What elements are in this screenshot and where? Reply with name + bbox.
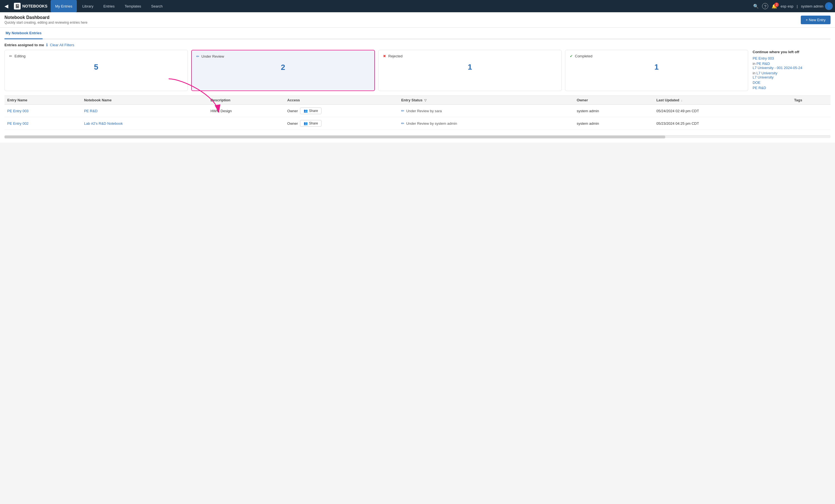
notebook-name-link-1[interactable]: Lab #2's R&D Notebook	[84, 121, 123, 126]
continue-link-1[interactable]: L7 University - 001 2024-05-24	[753, 66, 831, 70]
nav-tab-entries[interactable]: Entries	[99, 0, 119, 12]
continue-title: Continue where you left off	[753, 50, 831, 54]
nav-tab-my-entries[interactable]: My Entries	[50, 0, 77, 12]
filter-label: Entries assigned to me	[4, 43, 44, 47]
access-cell-1: Owner 👥 Share	[284, 117, 398, 130]
rejected-icon: ✖	[383, 54, 386, 58]
nav-bar: ◀ 📓 NOTEBOOKS My Entries Library Entries…	[0, 0, 835, 12]
description-cell-0: HWM Design	[208, 105, 284, 117]
status-card-completed-header: ✔ Completed	[570, 54, 744, 58]
status-card-under-review[interactable]: ✏ Under Review 2	[191, 50, 375, 91]
editing-icon: ✏	[9, 54, 12, 58]
completed-count: 1	[570, 61, 744, 73]
notebook-name-link-0[interactable]: PE R&D	[84, 109, 97, 113]
annotation-container: Entry Name Notebook Name Description Acc…	[4, 96, 831, 130]
entries-table: Entry Name Notebook Name Description Acc…	[4, 96, 831, 130]
page-header: Notebook Dashboard Quickly start creatin…	[0, 12, 835, 27]
new-entry-button[interactable]: + New Entry	[801, 16, 831, 24]
entry-name-link-1[interactable]: PE Entry 002	[7, 121, 29, 126]
share-icon-0: 👥	[304, 109, 308, 113]
status-card-rejected[interactable]: ✖ Rejected 1	[378, 50, 562, 91]
cards-and-continue: ✏ Editing 5 ✏ Under Review 2 ✖ Rejected	[4, 50, 831, 91]
continue-link-4[interactable]: PE R&D	[753, 86, 831, 90]
status-card-editing-header: ✏ Editing	[9, 54, 183, 58]
continue-in-0: in	[753, 62, 755, 66]
tab-row: My Notebook Entries	[4, 27, 831, 39]
back-button[interactable]: ◀	[2, 2, 11, 10]
tab-my-notebook-entries[interactable]: My Notebook Entries	[4, 27, 43, 39]
col-entry-status: Entry Status ▽	[398, 96, 574, 105]
user-name: system admin	[801, 4, 823, 8]
scrollbar-thumb[interactable]	[4, 136, 665, 138]
col-tags: Tags	[791, 96, 831, 105]
status-card-review-header: ✏ Under Review	[196, 54, 370, 59]
completed-label: Completed	[575, 54, 593, 58]
user-avatar: 👤	[825, 2, 833, 10]
help-icon-button[interactable]: ?	[762, 3, 768, 9]
tags-cell-0	[791, 105, 831, 117]
user-language: esp	[780, 4, 786, 8]
nav-tab-library[interactable]: Library	[78, 0, 98, 12]
share-icon-1: 👥	[304, 121, 308, 125]
description-cell-1	[208, 117, 284, 130]
filter-info-icon[interactable]: ℹ	[46, 43, 47, 47]
status-cell-1: ✏ Under Review by system admin	[398, 117, 574, 130]
entry-status-filter-icon[interactable]: ▽	[424, 99, 426, 102]
col-access: Access	[284, 96, 398, 105]
last-updated-sort-icon[interactable]: ↓	[681, 99, 683, 102]
notification-icon-button[interactable]: 🔔 2	[772, 4, 777, 9]
continue-link-0[interactable]: PE Entry 003	[753, 56, 831, 60]
page-header-left: Notebook Dashboard Quickly start creatin…	[4, 15, 87, 24]
nav-logo: 📓 NOTEBOOKS	[12, 3, 49, 9]
app-name: NOTEBOOKS	[22, 4, 47, 8]
notification-badge: 2	[774, 2, 779, 7]
continue-link-2[interactable]: L7 University	[753, 75, 831, 79]
continue-section: Continue where you left off PE Entry 003…	[753, 50, 831, 91]
share-button-1[interactable]: 👥 Share	[300, 120, 322, 127]
nav-tab-templates[interactable]: Templates	[120, 0, 146, 12]
notebook-name-cell-1: Lab #2's R&D Notebook	[81, 117, 208, 130]
nav-tab-search[interactable]: Search	[147, 0, 167, 12]
clear-all-filters-link[interactable]: Clear All Filters	[50, 43, 74, 47]
status-card-editing[interactable]: ✏ Editing 5	[4, 50, 188, 91]
continue-in-1: in	[753, 71, 755, 75]
entry-name-cell: PE Entry 003	[4, 105, 81, 117]
col-notebook-name: Notebook Name	[81, 96, 208, 105]
search-icon-button[interactable]: 🔍	[753, 4, 759, 9]
page-subtitle: Quickly start creating, editing and revi…	[4, 21, 87, 24]
continue-notebook-0[interactable]: PE R&D	[756, 62, 770, 66]
col-entry-name: Entry Name	[4, 96, 81, 105]
continue-notebook-1[interactable]: L7 University	[756, 71, 777, 75]
status-cards-group: ✏ Editing 5 ✏ Under Review 2 ✖ Rejected	[4, 50, 748, 91]
table-row: PE Entry 002 Lab #2's R&D Notebook Owner…	[4, 117, 831, 130]
owner-cell-0: system admin	[574, 105, 653, 117]
review-label: Under Review	[202, 54, 224, 59]
user-menu[interactable]: system admin 👤	[801, 2, 833, 10]
review-count: 2	[196, 61, 370, 74]
col-owner: Owner	[574, 96, 653, 105]
table-body: PE Entry 003 PE R&D HWM Design Owner 👥 S…	[4, 105, 831, 130]
last-updated-cell-1: 05/23/2024 04:25 pm CDT	[653, 117, 791, 130]
continue-item-1: L7 University - 001 2024-05-24 in L7 Uni…	[753, 66, 831, 75]
continue-link-3[interactable]: DOE	[753, 80, 831, 85]
access-label-1: Owner	[287, 121, 298, 126]
continue-item-0: PE Entry 003 in PE R&D	[753, 56, 831, 66]
status-card-rejected-header: ✖ Rejected	[383, 54, 557, 58]
table-header: Entry Name Notebook Name Description Acc…	[4, 96, 831, 105]
notebook-icon: 📓	[14, 3, 21, 9]
user-language-label: esp	[788, 4, 793, 8]
continue-items: PE Entry 003 in PE R&D L7 University - 0…	[753, 56, 831, 90]
share-button-0[interactable]: 👥 Share	[300, 107, 322, 114]
entry-name-cell-1: PE Entry 002	[4, 117, 81, 130]
status-icon-0: ✏	[401, 108, 404, 113]
user-separator: |	[797, 4, 797, 8]
review-icon: ✏	[196, 54, 199, 59]
horizontal-scrollbar[interactable]	[4, 135, 831, 138]
table-row: PE Entry 003 PE R&D HWM Design Owner 👥 S…	[4, 105, 831, 117]
entry-name-link-0[interactable]: PE Entry 003	[7, 109, 29, 113]
col-description: Description	[208, 96, 284, 105]
access-label-0: Owner	[287, 109, 298, 113]
status-card-completed[interactable]: ✔ Completed 1	[565, 50, 749, 91]
filter-row: Entries assigned to me ℹ Clear All Filte…	[4, 39, 831, 50]
nav-right: 🔍 ? 🔔 2 esp esp | system admin 👤	[753, 2, 833, 10]
